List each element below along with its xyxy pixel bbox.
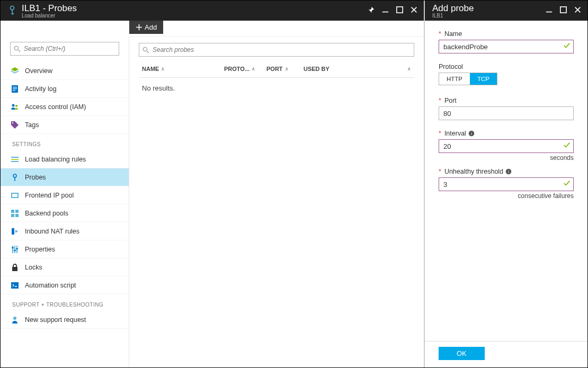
protocol-tcp[interactable]: TCP xyxy=(470,73,497,85)
port-input[interactable] xyxy=(439,106,574,120)
protocol-toggle: HTTP TCP xyxy=(439,73,497,85)
protocol-http[interactable]: HTTP xyxy=(439,73,470,85)
protocol-label: Protocol xyxy=(439,63,574,70)
nav-support-request[interactable]: New support request xyxy=(1,311,129,329)
nav-overview[interactable]: Overview xyxy=(1,62,129,80)
section-support: SUPPORT + TROUBLESHOOTING xyxy=(1,294,129,311)
section-settings: SETTINGS xyxy=(1,134,129,150)
svg-rect-22 xyxy=(15,210,19,213)
svg-point-5 xyxy=(14,46,18,50)
bepools-icon xyxy=(10,209,20,218)
lb-rules-icon xyxy=(10,155,20,164)
threshold-unit: consecutive failures xyxy=(439,192,574,200)
minimize-icon[interactable] xyxy=(546,6,553,15)
col-name[interactable]: NAME∧ xyxy=(142,66,224,72)
col-used-by[interactable]: USED BY∧ xyxy=(304,66,411,72)
table-header: NAME∧ PROTO...∧ PORT∧ USED BY∧ xyxy=(139,60,414,78)
svg-rect-27 xyxy=(14,246,15,253)
maximize-icon[interactable] xyxy=(396,6,403,15)
main-header: ILB1 - Probes Load balancer xyxy=(1,1,424,21)
svg-rect-30 xyxy=(14,250,16,251)
threshold-input[interactable] xyxy=(439,177,574,191)
iam-icon xyxy=(10,102,20,112)
svg-rect-2 xyxy=(12,13,14,14)
page-title: ILB1 - Probes xyxy=(22,3,368,14)
info-icon[interactable]: i xyxy=(468,130,475,137)
probes-search[interactable] xyxy=(139,43,414,57)
nav-label: Overview xyxy=(25,67,52,75)
nav-label: Properties xyxy=(25,246,55,253)
add-blade-header: Add probe ILB1 xyxy=(425,1,587,21)
col-protocol[interactable]: PROTO...∧ xyxy=(224,66,266,72)
search-icon xyxy=(14,46,21,52)
svg-rect-29 xyxy=(12,247,14,248)
nav-label: Load balancing rules xyxy=(25,156,86,163)
nav-automation-script[interactable]: Automation script xyxy=(1,276,129,294)
support-icon xyxy=(10,315,20,325)
tags-icon xyxy=(10,120,20,130)
interval-input[interactable] xyxy=(439,139,574,153)
no-results-text: No results. xyxy=(139,78,414,98)
check-icon xyxy=(563,179,571,189)
sidebar-search[interactable] xyxy=(10,42,119,56)
svg-rect-10 xyxy=(13,90,15,91)
nav-backend-pools[interactable]: Backend pools xyxy=(1,204,129,222)
sidebar-search-input[interactable] xyxy=(21,45,115,52)
nav-activity-log[interactable]: Activity log xyxy=(1,80,129,98)
nav-label: Automation script xyxy=(25,282,76,289)
close-icon[interactable] xyxy=(411,6,417,15)
nav-probes[interactable]: Probes xyxy=(1,168,129,186)
add-blade-title: Add probe xyxy=(432,3,546,14)
name-label: *Name xyxy=(439,30,574,38)
svg-point-12 xyxy=(15,105,17,107)
sort-caret-icon: ∧ xyxy=(407,66,411,71)
name-input[interactable] xyxy=(439,40,574,53)
nav-frontend-ip[interactable]: Frontend IP pool xyxy=(1,186,129,204)
sort-caret-icon: ∧ xyxy=(161,66,165,71)
svg-rect-4 xyxy=(397,7,403,13)
locks-icon xyxy=(10,263,20,272)
svg-rect-23 xyxy=(11,214,14,217)
svg-point-0 xyxy=(11,6,14,10)
interval-unit: seconds xyxy=(439,154,574,161)
ok-button[interactable]: OK xyxy=(439,347,485,360)
threshold-label: *Unhealthy threshold i xyxy=(439,168,574,175)
svg-rect-21 xyxy=(11,210,14,213)
minimize-icon[interactable] xyxy=(382,6,389,15)
sort-caret-icon: ∧ xyxy=(285,66,289,71)
nav-lb-rules[interactable]: Load balancing rules xyxy=(1,150,129,168)
nav-access-control[interactable]: Access control (IAM) xyxy=(1,98,129,116)
main-content: NAME∧ PROTO...∧ PORT∧ USED BY∧ No result… xyxy=(129,37,424,367)
svg-rect-9 xyxy=(13,88,17,89)
check-icon xyxy=(563,42,571,51)
nav-label: Activity log xyxy=(25,85,57,93)
maximize-icon[interactable] xyxy=(560,6,567,15)
add-button[interactable]: Add xyxy=(129,21,163,34)
close-icon[interactable] xyxy=(574,6,581,15)
key-icon xyxy=(6,5,19,16)
svg-rect-31 xyxy=(16,248,18,249)
svg-rect-38 xyxy=(560,7,566,13)
svg-rect-24 xyxy=(15,214,19,217)
nav-label: Access control (IAM) xyxy=(25,103,86,111)
nav-label: Probes xyxy=(25,174,46,181)
svg-rect-26 xyxy=(12,246,13,253)
probes-icon xyxy=(10,173,20,182)
nav-nat-rules[interactable]: Inbound NAT rules xyxy=(1,222,129,240)
nav-properties[interactable]: Properties xyxy=(1,240,129,258)
info-icon[interactable]: i xyxy=(505,168,512,175)
col-port[interactable]: PORT∧ xyxy=(266,66,304,72)
properties-icon xyxy=(10,245,20,254)
feip-icon xyxy=(10,191,20,200)
autoscript-icon xyxy=(10,281,20,290)
svg-rect-18 xyxy=(14,177,15,181)
pin-icon[interactable] xyxy=(368,6,375,15)
interval-label: *Interval i xyxy=(439,130,574,137)
nav-locks[interactable]: Locks xyxy=(1,258,129,276)
probes-search-input[interactable] xyxy=(149,46,411,53)
check-icon xyxy=(563,141,571,151)
svg-rect-15 xyxy=(11,159,19,160)
nav-tags[interactable]: Tags xyxy=(1,116,129,134)
add-button-label: Add xyxy=(145,23,157,31)
nat-icon xyxy=(10,227,20,236)
